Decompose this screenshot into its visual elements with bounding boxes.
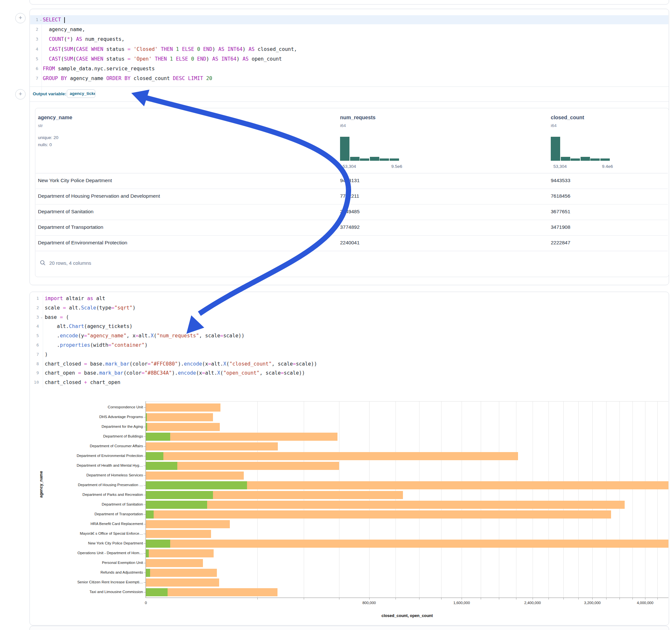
histogram-max-label: 9.5e6 bbox=[391, 164, 402, 169]
code-line[interactable]: chart_open = base.mark_bar(color="#8BC34… bbox=[45, 368, 305, 378]
column-name[interactable]: num_requests bbox=[340, 115, 376, 121]
bar-open-count bbox=[146, 501, 207, 509]
code-line[interactable]: GROUP BY agency_name ORDER BY closed_cou… bbox=[43, 74, 212, 83]
histogram-min-label: 53,304 bbox=[553, 164, 567, 169]
code-line[interactable]: COUNT(*) AS num_requests, bbox=[43, 35, 124, 44]
code-token: status bbox=[103, 56, 128, 62]
code-line[interactable]: FROM sample_data.nyc.service_requests bbox=[43, 64, 154, 73]
code-token: AS bbox=[249, 46, 255, 52]
code-line[interactable]: chart_closed = base.mark_bar(color="#FFC… bbox=[45, 359, 317, 368]
code-token: ( bbox=[61, 46, 64, 52]
code-token: END bbox=[203, 46, 212, 52]
output-variable-pill[interactable]: agency_tickets bbox=[67, 90, 95, 98]
code-token: = bbox=[78, 370, 81, 376]
code-token: 'Closed' bbox=[134, 46, 158, 52]
table-cell: Department of Environmental Protection bbox=[38, 240, 127, 246]
line-number: 2 bbox=[30, 25, 38, 34]
code-token: CASE bbox=[76, 46, 88, 52]
column-name[interactable]: agency_name bbox=[38, 115, 72, 121]
table-cell: 7782211 bbox=[340, 193, 359, 199]
gridline bbox=[462, 401, 462, 598]
search-icon[interactable] bbox=[40, 260, 46, 267]
code-token: X bbox=[217, 370, 220, 376]
code-line[interactable]: alt.Chart(agency_tickets) bbox=[45, 322, 133, 331]
gridline bbox=[533, 401, 533, 598]
code-token: AS bbox=[242, 56, 249, 62]
code-token: ( bbox=[64, 36, 67, 42]
gridline bbox=[499, 401, 499, 598]
y-tick bbox=[144, 543, 146, 544]
code-token bbox=[179, 46, 182, 52]
code-token: "agency_name" bbox=[87, 333, 126, 339]
code-token: closed_count, bbox=[255, 46, 297, 52]
code-line[interactable]: import altair as alt bbox=[45, 294, 105, 303]
line-number: 1 bbox=[30, 15, 38, 24]
code-token: (y bbox=[78, 333, 84, 339]
code-token: alt bbox=[93, 295, 105, 301]
code-token: INT64 bbox=[227, 46, 242, 52]
code-token bbox=[152, 56, 154, 62]
code-token: = bbox=[142, 370, 145, 376]
code-token: ) bbox=[242, 46, 249, 52]
code-line[interactable]: CAST(SUM(CASE WHEN status = 'Closed' THE… bbox=[43, 45, 297, 54]
code-token: altair bbox=[63, 295, 87, 301]
column-name[interactable]: closed_count bbox=[551, 115, 584, 121]
previous-cell-edge bbox=[29, 0, 669, 4]
fold-chevron-icon[interactable]: ⌄ bbox=[40, 315, 43, 319]
fold-chevron-icon[interactable]: ⌄ bbox=[40, 18, 42, 21]
y-tick bbox=[144, 582, 146, 583]
code-token: ) bbox=[70, 36, 76, 42]
code-token: SELECT bbox=[43, 17, 61, 23]
code-token: (type bbox=[96, 305, 112, 311]
code-token bbox=[88, 56, 91, 62]
bar-closed-count bbox=[146, 579, 219, 587]
bar-open-count bbox=[146, 481, 247, 489]
bar-open-count bbox=[146, 539, 170, 548]
code-token: 1 bbox=[176, 46, 179, 52]
code-line[interactable]: .encode(y="agency_name", x=alt.X("num_re… bbox=[45, 331, 244, 340]
code-token: AS bbox=[212, 56, 218, 62]
code-token: GROUP BY bbox=[43, 75, 67, 81]
line-number: 2 bbox=[30, 303, 39, 312]
code-line[interactable]: agency_name, bbox=[43, 25, 85, 34]
code-line[interactable]: CAST(SUM(CASE WHEN status = 'Open' THEN … bbox=[43, 54, 282, 64]
bar-open-count bbox=[146, 491, 213, 499]
add-cell-button-middle[interactable]: + bbox=[15, 89, 26, 99]
bar-closed-count bbox=[146, 520, 230, 528]
y-axis-label: Senior Citizen Rent Increase Exempti… bbox=[36, 580, 143, 584]
code-token: , scale bbox=[260, 370, 281, 376]
code-token: 1 bbox=[170, 56, 173, 62]
line-number: 1 bbox=[30, 294, 39, 303]
table-cell: 3471908 bbox=[551, 224, 570, 230]
add-cell-button-top[interactable]: + bbox=[15, 13, 26, 23]
code-token bbox=[185, 75, 188, 81]
code-token: alt. bbox=[211, 361, 223, 367]
code-token: = bbox=[127, 56, 130, 62]
code-line[interactable]: .properties(width="container") bbox=[45, 341, 147, 350]
code-line[interactable]: chart_closed + chart_open bbox=[45, 378, 120, 387]
code-token: "open_count" bbox=[223, 370, 260, 376]
y-tick bbox=[144, 417, 146, 417]
line-number: 5 bbox=[30, 331, 39, 340]
code-token: encode bbox=[184, 361, 202, 367]
code-line[interactable]: ) bbox=[45, 350, 48, 359]
gridline bbox=[606, 401, 606, 598]
code-line[interactable]: base = ( bbox=[45, 313, 69, 322]
code-token: ) bbox=[45, 352, 48, 358]
gridline bbox=[369, 401, 369, 598]
bar-open-count bbox=[146, 549, 149, 557]
code-token: = bbox=[208, 361, 211, 367]
code-token: WHEN bbox=[91, 56, 103, 62]
code-line[interactable]: SELECT bbox=[43, 15, 65, 24]
code-token bbox=[200, 46, 203, 52]
code-token: scale bbox=[45, 305, 63, 311]
y-tick bbox=[144, 553, 146, 554]
x-tick-label: 2,400,000 bbox=[510, 601, 555, 605]
code-line[interactable]: scale = alt.Scale(type="sqrt") bbox=[45, 303, 136, 312]
x-tick-label: 1,600,000 bbox=[439, 601, 484, 605]
y-tick bbox=[144, 456, 146, 456]
code-token: INT64 bbox=[221, 56, 237, 62]
bar-closed-count bbox=[146, 423, 220, 431]
bar-closed-count bbox=[146, 569, 217, 577]
bar-open-count bbox=[146, 462, 177, 470]
